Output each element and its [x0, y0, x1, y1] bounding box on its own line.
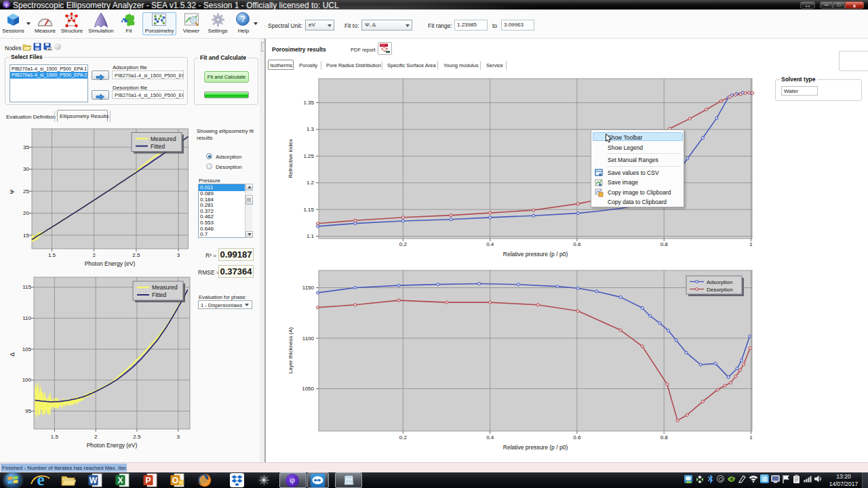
- svg-text:15: 15: [23, 232, 29, 239]
- svg-text:P: P: [145, 476, 151, 485]
- svg-text:Photon Energy (eV): Photon Energy (eV): [87, 442, 138, 449]
- svg-text:Fitted: Fitted: [152, 291, 167, 298]
- svg-text:0.4: 0.4: [486, 241, 494, 247]
- svg-text:1.35: 1.35: [303, 100, 314, 106]
- svg-text:W: W: [90, 476, 98, 485]
- svg-text:Measured: Measured: [151, 136, 176, 142]
- svg-text:115: 115: [22, 284, 31, 290]
- svg-text:0.6: 0.6: [573, 241, 581, 247]
- svg-text:Measured: Measured: [152, 284, 178, 291]
- svg-text:1150: 1150: [302, 285, 315, 291]
- svg-text:105: 105: [22, 346, 32, 352]
- svg-text:Fitted: Fitted: [151, 143, 165, 150]
- svg-text:3: 3: [176, 434, 180, 440]
- svg-text:1.5: 1.5: [51, 434, 59, 440]
- svg-text:1.1: 1.1: [307, 233, 315, 239]
- svg-text:2: 2: [94, 434, 98, 440]
- svg-text:1050: 1050: [302, 386, 314, 392]
- svg-text:25: 25: [23, 188, 29, 195]
- svg-text:2.5: 2.5: [133, 434, 141, 440]
- svg-text:Photon Energy (eV): Photon Energy (eV): [85, 260, 136, 267]
- svg-text:Refractive index: Refractive index: [288, 139, 294, 178]
- svg-text:110: 110: [22, 315, 31, 321]
- svg-text:2.5: 2.5: [132, 252, 140, 258]
- svg-text:Δ: Δ: [9, 352, 16, 357]
- svg-text:1.3: 1.3: [307, 126, 315, 132]
- svg-text:0.2: 0.2: [399, 434, 408, 441]
- svg-text:X: X: [117, 476, 123, 485]
- svg-text:100: 100: [22, 377, 32, 383]
- svg-text:Adsorption: Adsorption: [707, 279, 732, 285]
- svg-text:O: O: [172, 476, 178, 485]
- svg-text:35: 35: [23, 144, 29, 150]
- svg-text:1: 1: [749, 241, 753, 247]
- svg-text:0.8: 0.8: [660, 241, 669, 247]
- svg-text:Relative pressure (p / p0): Relative pressure (p / p0): [503, 251, 568, 258]
- svg-text:Desorption: Desorption: [707, 287, 733, 293]
- svg-text:Relative pressure (p / p0): Relative pressure (p / p0): [503, 444, 568, 451]
- svg-text:95: 95: [25, 408, 31, 414]
- svg-text:Layer thickness (A): Layer thickness (A): [288, 327, 294, 373]
- svg-text:0.4: 0.4: [486, 434, 494, 441]
- svg-text:1: 1: [749, 434, 753, 441]
- svg-text:1100: 1100: [302, 336, 315, 342]
- svg-text:30: 30: [23, 166, 29, 172]
- svg-text:1.5: 1.5: [48, 252, 56, 258]
- svg-text:0.8: 0.8: [660, 434, 669, 441]
- svg-text:1.2: 1.2: [307, 180, 315, 186]
- svg-text:20: 20: [23, 210, 29, 216]
- svg-text:0.2: 0.2: [399, 241, 408, 247]
- svg-text:1.25: 1.25: [303, 153, 314, 159]
- svg-text:0.6: 0.6: [573, 434, 581, 441]
- svg-text:3: 3: [177, 252, 180, 258]
- svg-text:Ψ: Ψ: [9, 189, 16, 195]
- svg-text:2: 2: [92, 252, 96, 258]
- svg-text:1.15: 1.15: [303, 207, 314, 213]
